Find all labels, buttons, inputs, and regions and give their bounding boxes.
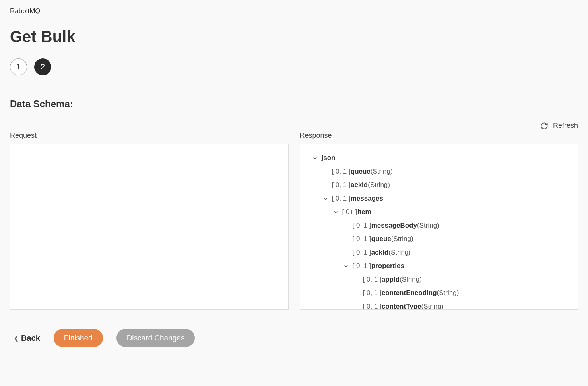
step-1[interactable]: 1 [10,58,27,75]
tree-node-name: appId [382,273,400,286]
tree-node-type: (String) [417,219,439,232]
tree-node-name: contentEncoding [382,286,437,300]
tree-node-type: (String) [400,273,422,286]
tree-node: [ 0, 1 ] queue (String) [304,165,574,178]
tree-node-name: queue [371,232,391,246]
tree-node-type: (String) [368,178,390,192]
tree-node-cardinality: [ 0, 1 ] [353,259,371,273]
discard-changes-button[interactable]: Discard Changes [116,329,195,347]
tree-node: [ 0+ ] item [304,205,574,219]
tree-node-cardinality: [ 0, 1 ] [332,192,351,205]
tree-node: [ 0, 1 ] contentType (String) [304,300,574,310]
back-label: Back [21,334,40,343]
tree-node: [ 0, 1 ] messageBody (String) [304,219,574,232]
tree-node-name: queue [351,165,371,178]
breadcrumb-link[interactable]: RabbitMQ [10,7,41,15]
chevron-down-icon[interactable] [343,264,349,269]
tree-node-cardinality: [ 0, 1 ] [332,178,351,192]
tree-node: [ 0, 1 ] properties [304,259,574,273]
page-title: Get Bulk [10,28,578,46]
tree-node: [ 0, 1 ] messages [304,192,574,205]
tree-node-cardinality: [ 0, 1 ] [332,165,351,178]
tree-node: [ 0, 1 ] appId (String) [304,273,574,286]
tree-node-cardinality: [ 0, 1 ] [353,246,371,259]
tree-node-type: (String) [371,165,393,178]
section-heading: Data Schema: [10,98,578,110]
tree-node: json [304,151,574,165]
refresh-icon [540,122,548,130]
tree-node-cardinality: [ 0, 1 ] [363,300,382,310]
tree-node-name: ackId [371,246,388,259]
request-panel-label: Request [10,131,289,140]
tree-node-name: messageBody [371,219,417,232]
step-connector [27,67,34,68]
response-panel: json[ 0, 1 ] queue (String)[ 0, 1 ] ackI… [300,144,578,310]
tree-node-type: (String) [391,232,413,246]
tree-node-name: contentType [382,300,421,310]
back-button[interactable]: ❮ Back [14,334,40,343]
tree-node-name: json [322,151,336,165]
chevron-down-icon[interactable] [333,210,339,215]
tree-node-name: messages [351,192,383,205]
step-2[interactable]: 2 [34,58,51,75]
refresh-button[interactable]: Refresh [540,122,578,130]
tree-node-type: (String) [388,246,411,259]
response-panel-label: Response [300,131,578,140]
tree-node-cardinality: [ 0, 1 ] [353,232,371,246]
finished-button[interactable]: Finished [54,329,103,347]
tree-node: [ 0, 1 ] ackId (String) [304,246,574,259]
tree-node-type: (String) [421,300,444,310]
chevron-down-icon[interactable] [312,156,318,161]
tree-node-name: ackId [351,178,368,192]
tree-node-name: item [357,205,371,219]
tree-node-cardinality: [ 0, 1 ] [363,286,382,300]
chevron-down-icon[interactable] [322,196,329,201]
tree-node: [ 0, 1 ] contentEncoding (String) [304,286,574,300]
tree-node-cardinality: [ 0+ ] [342,205,357,219]
stepper: 1 2 [10,58,578,75]
tree-node-cardinality: [ 0, 1 ] [353,219,371,232]
tree-node-name: properties [371,259,404,273]
tree-node: [ 0, 1 ] ackId (String) [304,178,574,192]
tree-node-type: (String) [437,286,459,300]
request-panel [10,144,289,310]
refresh-label: Refresh [553,122,578,130]
tree-node: [ 0, 1 ] queue (String) [304,232,574,246]
response-tree: json[ 0, 1 ] queue (String)[ 0, 1 ] ackI… [304,151,574,310]
chevron-left-icon: ❮ [14,335,19,341]
tree-node-cardinality: [ 0, 1 ] [363,273,382,286]
